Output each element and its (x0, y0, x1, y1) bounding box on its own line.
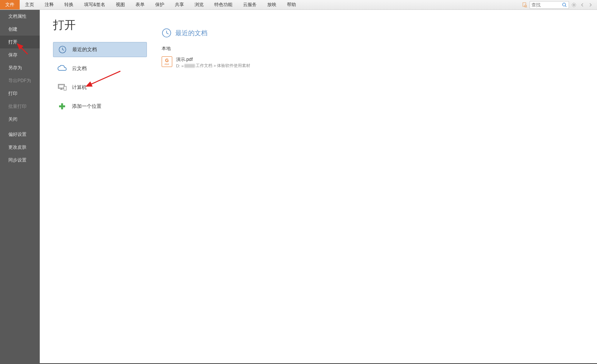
panel-title: 打开 (53, 17, 150, 33)
svg-point-5 (573, 4, 575, 6)
svg-line-4 (565, 6, 566, 7)
sidebar-save-as[interactable]: 另存为 (0, 61, 40, 74)
menu-bar: 文件 主页 注释 转换 填写&签名 视图 表单 保护 共享 浏览 特色功能 云服… (0, 0, 597, 10)
sidebar-print[interactable]: 打印 (0, 87, 40, 100)
menu-convert[interactable]: 转换 (59, 0, 79, 9)
svg-rect-8 (59, 85, 64, 88)
option-label: 计算机 (72, 84, 87, 91)
menu-play[interactable]: 放映 (262, 0, 282, 9)
svg-point-3 (563, 3, 566, 6)
search-button[interactable] (560, 2, 569, 8)
cloud-icon (58, 64, 67, 73)
svg-rect-9 (64, 86, 66, 90)
computer-icon (58, 83, 67, 92)
menu-browse[interactable]: 浏览 (189, 0, 209, 9)
sidebar-doc-properties[interactable]: 文档属性 (0, 10, 40, 23)
menu-home[interactable]: 主页 (20, 0, 39, 9)
content-title: 最近的文档 (175, 29, 207, 37)
option-label: 最近的文档 (72, 46, 97, 53)
sidebar-export-pdf[interactable]: 导出PDF为 (0, 74, 40, 87)
menu-file[interactable]: 文件 (0, 0, 20, 9)
menu-cloud[interactable]: 云服务 (238, 0, 262, 9)
sidebar-open[interactable]: 打开 (0, 36, 40, 48)
clock-icon (162, 28, 171, 38)
content-header: 最近的文档 (162, 28, 597, 38)
menu-view[interactable]: 视图 (111, 0, 130, 9)
sidebar-close[interactable]: 关闭 (0, 113, 40, 126)
sidebar-sync-settings[interactable]: 同步设置 (0, 154, 40, 166)
file-path: D: » 工作文档 » 体验软件使用素材 (176, 63, 250, 68)
sidebar-skin[interactable]: 更改皮肤 (0, 141, 40, 154)
plus-icon (58, 102, 67, 111)
open-options-panel: 打开 最近的文档 云文档 计算机 添加一个位置 (40, 10, 150, 364)
redacted-text (184, 64, 195, 68)
nav-next-icon[interactable] (587, 2, 594, 8)
menu-form[interactable]: 表单 (130, 0, 150, 9)
file-name: 演示.pdf (176, 56, 250, 63)
clock-icon (58, 45, 67, 54)
option-label: 云文档 (72, 65, 87, 72)
recent-file-item[interactable]: G PDF 演示.pdf D: » 工作文档 » 体验软件使用素材 (162, 55, 597, 70)
option-add-location[interactable]: 添加一个位置 (53, 99, 147, 114)
menu-features[interactable]: 特色功能 (209, 0, 238, 9)
option-cloud-docs[interactable]: 云文档 (53, 61, 147, 76)
svg-line-2 (526, 7, 527, 8)
main-content: 最近的文档 本地 G PDF 演示.pdf D: » 工作文档 » 体验软件使用… (150, 10, 597, 364)
search-box (530, 1, 569, 9)
menu-help[interactable]: 帮助 (282, 0, 301, 9)
menu-fill-sign[interactable]: 填写&签名 (79, 0, 111, 9)
settings-gear-icon[interactable] (571, 2, 577, 8)
sidebar-preferences[interactable]: 偏好设置 (0, 128, 40, 141)
sidebar-batch-print[interactable]: 批量打印 (0, 100, 40, 113)
option-recent-docs[interactable]: 最近的文档 (53, 42, 147, 57)
section-label-local: 本地 (162, 45, 597, 52)
menu-protect[interactable]: 保护 (150, 0, 170, 9)
menu-annotate[interactable]: 注释 (39, 0, 59, 9)
option-computer[interactable]: 计算机 (53, 80, 147, 95)
sidebar-create[interactable]: 创建 (0, 23, 40, 36)
search-input[interactable] (530, 2, 560, 8)
option-label: 添加一个位置 (72, 103, 101, 110)
sidebar-save[interactable]: 保存 (0, 48, 40, 61)
search-doc-icon[interactable] (521, 2, 528, 8)
nav-prev-icon[interactable] (579, 2, 586, 8)
file-sidebar: 文档属性 创建 打开 保存 另存为 导出PDF为 打印 批量打印 关闭 偏好设置… (0, 10, 40, 364)
pdf-file-icon: G PDF (162, 56, 172, 67)
menu-share[interactable]: 共享 (170, 0, 189, 9)
